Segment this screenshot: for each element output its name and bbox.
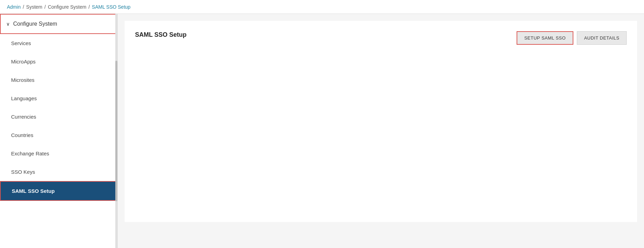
breadcrumb-admin[interactable]: Admin <box>7 4 21 10</box>
breadcrumb-system: System <box>26 4 43 10</box>
breadcrumb-sep-1: / <box>23 4 24 10</box>
sidebar: ∨ Configure System ServicesMicroAppsMicr… <box>0 14 118 248</box>
breadcrumb-sep-2: / <box>44 4 46 10</box>
sidebar-item-microsites[interactable]: Microsites <box>0 71 117 89</box>
sidebar-item-saml-sso-setup[interactable]: SAML SSO Setup <box>0 181 117 201</box>
button-row: SETUP SAML SSOAUDIT DETAILS <box>517 31 627 45</box>
content-inner: SAML SSO Setup SETUP SAML SSOAUDIT DETAI… <box>125 21 637 222</box>
sidebar-configure-system[interactable]: ∨ Configure System <box>0 14 117 34</box>
sidebar-nav: ServicesMicroAppsMicrositesLanguagesCurr… <box>0 34 117 201</box>
sidebar-item-sso-keys[interactable]: SSO Keys <box>0 163 117 181</box>
setup-saml-sso-button[interactable]: SETUP SAML SSO <box>517 31 573 45</box>
main-layout: ∨ Configure System ServicesMicroAppsMicr… <box>0 14 644 248</box>
sidebar-item-microapps[interactable]: MicroApps <box>0 52 117 71</box>
content-area: SAML SSO Setup SETUP SAML SSOAUDIT DETAI… <box>118 14 644 248</box>
breadcrumb-sep-3: / <box>88 4 90 10</box>
scrollbar-thumb <box>115 61 117 201</box>
sidebar-item-services[interactable]: Services <box>0 34 117 52</box>
sidebar-item-countries[interactable]: Countries <box>0 126 117 144</box>
sidebar-item-languages[interactable]: Languages <box>0 89 117 108</box>
breadcrumb-bar: Admin / System / Configure System / SAML… <box>0 0 644 14</box>
audit-details-button[interactable]: AUDIT DETAILS <box>577 31 627 45</box>
sidebar-item-currencies[interactable]: Currencies <box>0 108 117 126</box>
sidebar-header-label: Configure System <box>13 21 57 27</box>
breadcrumb-saml-sso-setup: SAML SSO Setup <box>92 4 131 10</box>
breadcrumb-configure-system: Configure System <box>48 4 86 10</box>
scrollbar-track <box>115 14 117 248</box>
chevron-down-icon: ∨ <box>6 21 10 27</box>
sidebar-item-exchange-rates[interactable]: Exchange Rates <box>0 144 117 163</box>
